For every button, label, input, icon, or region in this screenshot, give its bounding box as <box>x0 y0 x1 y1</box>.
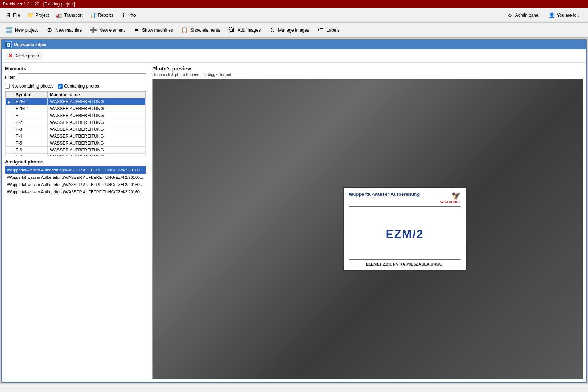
new-element-icon: ➕ <box>89 26 98 35</box>
manage-images-label: Manage images <box>278 28 309 33</box>
symbol-cell: F-6 <box>13 147 48 154</box>
new-machine-button[interactable]: ⚙ New machine <box>42 24 85 36</box>
filter-row: Filter <box>5 73 146 81</box>
containing-checkbox[interactable] <box>58 84 63 89</box>
new-element-button[interactable]: ➕ New element <box>86 24 128 36</box>
user-button[interactable]: 👤 You are lo… <box>545 10 584 20</box>
project-icon: 📁 <box>27 12 34 19</box>
table-row[interactable]: EZM-4 WASSER AUFBEREITUNG <box>6 105 146 112</box>
window-title-icon: 🖼 <box>5 41 12 48</box>
menu-item-file[interactable]: 🗄 File <box>1 10 23 20</box>
user-icon: 👤 <box>548 12 555 19</box>
list-item[interactable]: /Wuppertal-wasser Aufbereitung/WASSER AU… <box>5 174 146 181</box>
new-machine-label: New machine <box>55 28 82 33</box>
menu-item-project[interactable]: 📁 Project <box>24 10 52 20</box>
filter-input[interactable] <box>18 73 146 81</box>
filter-label: Filter <box>5 75 15 80</box>
panels: Elements Filter Not containing photos Co… <box>2 63 586 382</box>
new-project-button[interactable]: 🆕 New project <box>1 24 41 36</box>
not-containing-text: Not containing photos <box>11 84 53 89</box>
not-containing-checkbox[interactable] <box>5 84 10 89</box>
photo-preview[interactable]: Wuppertal-wasser Aufbereitung 🦅 WAITGROU… <box>152 79 583 379</box>
machine-cell: WASSER AUFBEREITUNG <box>48 126 146 133</box>
symbol-cell: F-3 <box>13 126 48 133</box>
containing-label[interactable]: Containing photos <box>58 84 99 89</box>
transport-icon: 🚛 <box>56 12 63 19</box>
menu-file-label: File <box>13 13 20 18</box>
manage-images-icon: 🗂 <box>268 26 277 35</box>
row-arrow-icon: ▶ <box>8 100 11 104</box>
show-elements-button[interactable]: 📋 Show elements <box>177 24 223 36</box>
menu-item-transport[interactable]: 🚛 Transport <box>53 10 86 20</box>
new-project-label: New project <box>15 28 38 33</box>
table-row[interactable]: F-3 WASSER AUFBEREITUNG <box>6 126 146 133</box>
reports-icon: 📊 <box>89 12 97 19</box>
machine-cell: WASSER AUFBEREITUNG <box>48 147 146 154</box>
symbol-cell: F-7 <box>13 154 48 157</box>
elements-table[interactable]: Symbol Machine name ▶ EZM-2 WASSER AUFBE… <box>5 91 146 156</box>
add-images-button[interactable]: 🖼 Add images <box>224 24 264 36</box>
machine-cell: WASSER AUFBEREITUNG <box>48 154 146 157</box>
show-machines-button[interactable]: 🖥 Show machines <box>129 24 176 36</box>
labels-icon: 🏷 <box>317 26 325 35</box>
right-panel: Photo's preview Double click photo to op… <box>149 63 586 382</box>
delete-photo-button[interactable]: ✕ Delete photo <box>5 52 42 60</box>
menu-bar: 🗄 File 📁 Project 🚛 Transport 📊 Reports ℹ… <box>0 8 588 23</box>
label-card-footer: ELEMET ZBIORNIKA MIESZADLA DRUGI <box>349 259 461 266</box>
label-company: Wuppertal-wasser Aufbereitung <box>349 191 420 197</box>
table-row[interactable]: F-2 WASSER AUFBEREITUNG <box>6 119 146 126</box>
title-bar: Probix ver.1.3.1.20 - [Existing project] <box>0 0 588 8</box>
table-row[interactable]: F-7 WASSER AUFBEREITUNG <box>6 154 146 157</box>
label-card-body: EZM/2 <box>349 209 461 259</box>
toolbar: 🆕 New project ⚙ New machine ➕ New elemen… <box>0 23 588 38</box>
new-project-icon: 🆕 <box>5 26 13 35</box>
machine-cell: WASSER AUFBEREITUNG <box>48 112 146 119</box>
list-item[interactable]: /Wuppertal-wasser Aufbereitung/WASSER AU… <box>5 188 146 195</box>
left-panel: Elements Filter Not containing photos Co… <box>2 63 149 382</box>
table-row[interactable]: F-1 WASSER AUFBEREITUNG <box>6 112 146 119</box>
logo-text: WAITGROUP <box>440 200 461 204</box>
table-row[interactable]: F-5 WASSER AUFBEREITUNG <box>6 140 146 147</box>
admin-panel-label: Admin panel <box>515 13 540 18</box>
list-item[interactable]: /Wuppertal-wasser Aufbereitung/WASSER AU… <box>5 181 146 188</box>
checkbox-row: Not containing photos Containing photos <box>5 84 146 89</box>
show-elements-label: Show elements <box>190 28 220 33</box>
window-titlebar: 🖼 Usuwanie zdjęć <box>2 40 586 49</box>
list-item[interactable]: /Wuppertal-wasser Aufbereitung/WASSER AU… <box>5 166 146 174</box>
delete-photo-label: Delete photo <box>14 53 39 58</box>
admin-panel-button[interactable]: ⚙ Admin panel <box>504 10 543 20</box>
photo-background: Wuppertal-wasser Aufbereitung 🦅 WAITGROU… <box>153 79 583 379</box>
menu-info-label: Info <box>129 13 136 18</box>
symbol-cell: EZM-4 <box>13 105 48 112</box>
menu-reports-label: Reports <box>98 13 113 18</box>
logo-eagle-icon: 🦅 <box>440 191 461 200</box>
show-machines-icon: 🖥 <box>132 26 141 35</box>
preview-title: Photo's preview <box>152 66 583 72</box>
manage-images-button[interactable]: 🗂 Manage images <box>265 24 312 36</box>
table-row[interactable]: ▶ EZM-2 WASSER AUFBEREITUNG <box>6 98 146 105</box>
machine-cell: WASSER AUFBEREITUNG <box>48 140 146 147</box>
table-row[interactable]: F-4 WASSER AUFBEREITUNG <box>6 133 146 140</box>
admin-icon: ⚙ <box>507 12 514 19</box>
title-text: Probix ver.1.3.1.20 - [Existing project] <box>3 1 75 7</box>
menu-item-info[interactable]: ℹ Info <box>117 10 139 20</box>
main-window: 🖼 Usuwanie zdjęć ✕ Delete photo Elements… <box>1 39 587 383</box>
info-icon: ℹ <box>120 12 127 19</box>
not-containing-label[interactable]: Not containing photos <box>5 84 53 89</box>
delete-icon: ✕ <box>8 53 13 59</box>
show-elements-icon: 📋 <box>180 26 189 35</box>
user-label: You are lo… <box>557 13 581 18</box>
assigned-title: Assigned photos <box>5 159 146 165</box>
new-machine-icon: ⚙ <box>45 26 54 35</box>
label-card-header: Wuppertal-wasser Aufbereitung 🦅 WAITGROU… <box>349 191 461 207</box>
window-content: ✕ Delete photo Elements Filter Not conta… <box>2 49 586 382</box>
symbol-cell: F-2 <box>13 119 48 126</box>
menu-item-reports[interactable]: 📊 Reports <box>86 10 116 20</box>
action-bar: ✕ Delete photo <box>2 49 586 63</box>
label-code: EZM/2 <box>386 227 423 241</box>
labels-button[interactable]: 🏷 Labels <box>313 24 343 36</box>
elements-data-table: Symbol Machine name ▶ EZM-2 WASSER AUFBE… <box>5 91 146 156</box>
table-row[interactable]: F-6 WASSER AUFBEREITUNG <box>6 147 146 154</box>
assigned-photos-list[interactable]: /Wuppertal-wasser Aufbereitung/WASSER AU… <box>5 166 146 379</box>
machine-cell: WASSER AUFBEREITUNG <box>48 133 146 140</box>
